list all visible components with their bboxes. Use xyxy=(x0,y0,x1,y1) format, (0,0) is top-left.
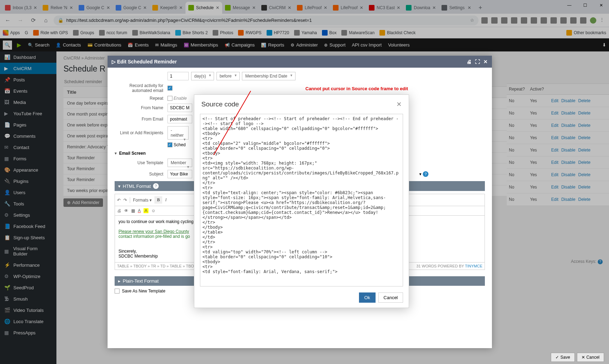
when-relation-select[interactable]: before xyxy=(217,72,240,80)
label-repeat: Repeat xyxy=(115,96,168,101)
fromname-input[interactable] xyxy=(168,104,192,112)
when-number-input[interactable] xyxy=(168,72,189,80)
modal-title: Source code xyxy=(201,100,239,108)
print-icon[interactable]: 🖨 xyxy=(117,208,121,213)
media-icon[interactable]: ▦ xyxy=(131,208,135,213)
preview-icon[interactable]: 👁 xyxy=(124,208,128,213)
formats-dropdown[interactable]: Formats ▾ xyxy=(133,198,152,203)
repeat-checkbox[interactable] xyxy=(168,96,172,101)
tinymce-link[interactable]: TINYMCE xyxy=(465,264,483,268)
record-checkbox[interactable] xyxy=(168,86,172,91)
limit-select[interactable]: - neither xyxy=(168,126,189,140)
fromemail-input[interactable] xyxy=(168,115,192,123)
label-saveas: Save As New Template xyxy=(122,289,165,294)
italic-icon[interactable]: I xyxy=(165,197,166,203)
modal-close-icon[interactable]: ✕ xyxy=(396,100,402,108)
cancel-button-bottom[interactable]: ✕ Cancel xyxy=(577,353,604,362)
cancel-button[interactable]: Cancel xyxy=(378,292,403,303)
sched-checkbox[interactable] xyxy=(168,142,172,147)
panel-title: Edit Scheduled Reminder xyxy=(117,59,177,64)
bold-icon[interactable]: B xyxy=(154,196,162,204)
bottom-buttons: ✓ Save ✕ Cancel xyxy=(551,353,604,362)
template-select[interactable]: Member xyxy=(168,159,192,167)
help-icon[interactable]: ? xyxy=(423,171,428,177)
label-record: Record activity for automated email xyxy=(115,83,168,93)
backcolor-icon[interactable]: A xyxy=(144,208,148,213)
label-fromemail: From Email xyxy=(115,117,168,122)
source-code-modal: Source code ✕ Ok Cancel xyxy=(194,94,409,308)
label-template: Use Template xyxy=(115,160,168,165)
emoticons-icon[interactable]: ☺ xyxy=(151,208,156,213)
forecolor-icon[interactable]: A xyxy=(138,208,141,213)
expand-icon[interactable]: ⛶ xyxy=(475,59,480,64)
when-unit-select[interactable]: day(s) xyxy=(191,72,214,80)
civicrm-logo-icon: ▷ xyxy=(112,59,116,64)
subject-input[interactable] xyxy=(168,170,192,178)
close-panel-icon[interactable]: ✕ xyxy=(483,59,488,64)
saveas-checkbox[interactable] xyxy=(115,289,120,294)
label-subject: Subject xyxy=(115,172,168,177)
print-icon[interactable]: 🖨 xyxy=(467,59,471,64)
ok-button[interactable]: Ok xyxy=(359,292,376,303)
redo-icon[interactable]: ↷ xyxy=(123,198,127,203)
panel-header: ▷ Edit Scheduled Reminder 🖨 ⛶ ✕ xyxy=(108,56,492,68)
source-textarea[interactable] xyxy=(200,114,403,286)
label-limit: Limit or Add Recipients xyxy=(115,130,168,135)
when-date-select[interactable]: Membership End Date xyxy=(242,72,295,80)
undo-icon[interactable]: ↶ xyxy=(117,198,121,203)
label-fromname: From Name xyxy=(115,105,168,110)
annotation-text: Cannot put cursor in Source code frame t… xyxy=(305,86,408,91)
save-button[interactable]: ✓ Save xyxy=(551,353,574,362)
email-screen-accordion[interactable]: Email Screen xyxy=(119,151,146,156)
